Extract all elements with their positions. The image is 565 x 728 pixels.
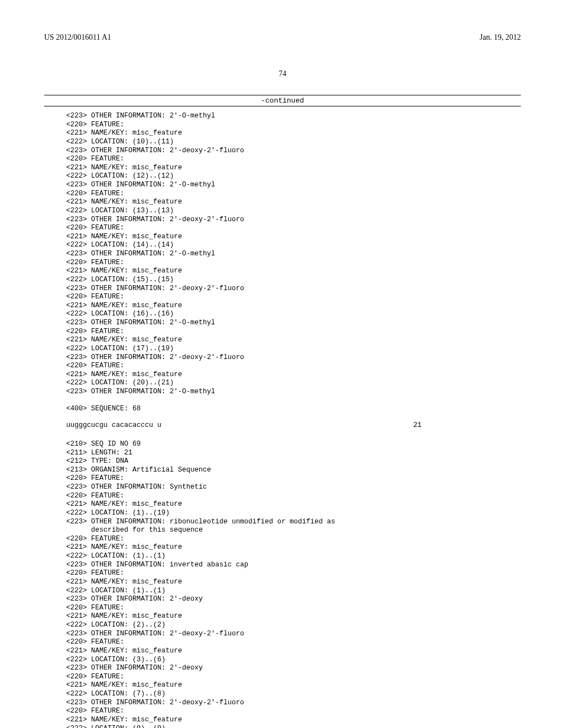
continued-label: -continued [44,97,521,105]
sequence-listing-block-2: <210> SEQ ID NO 69 <211> LENGTH: 21 <212… [66,440,521,728]
sequence-68-line: uugggcucgu cacacacccu u 21 [66,421,422,429]
page-header: US 2012/0016011 A1 Jan. 19, 2012 [44,33,521,42]
sequence-68-text: uugggcucgu cacacacccu u [66,421,162,429]
continued-rule: -continued [44,95,521,106]
sequence-listing-block-1: <223> OTHER INFORMATION: 2'-O-methyl <22… [66,112,521,414]
publication-date: Jan. 19, 2012 [479,33,521,42]
sequence-68-length: 21 [413,421,422,429]
publication-number: US 2012/0016011 A1 [44,33,111,42]
page-number: 74 [44,69,521,78]
